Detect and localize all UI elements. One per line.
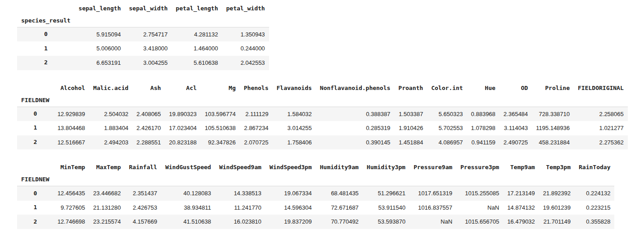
cell: 105.510638 <box>201 121 240 135</box>
corner-blank-cell <box>17 162 54 174</box>
column-header: FIELDORIGINAL <box>574 82 628 94</box>
row-index: 2 <box>17 56 75 70</box>
table-row: 26.6531913.0042555.6106382.042553 <box>17 56 269 70</box>
blank-cell <box>575 174 614 186</box>
column-header: Flavanoids <box>273 82 316 94</box>
cell: 23.446682 <box>89 186 125 201</box>
row-index: 1 <box>17 121 54 135</box>
cell: 2.070725 <box>240 135 273 150</box>
column-header: OD <box>500 82 532 94</box>
cell: 0.355828 <box>575 215 614 229</box>
blank-cell <box>172 15 222 27</box>
table-row: 113.8044681.8834042.42617017.023404105.5… <box>17 121 628 135</box>
table-body: 012.9298392.5040322.40806519.890323103.5… <box>17 107 628 149</box>
table-body: 05.9150942.7547174.2811321.35094315.0060… <box>17 27 269 70</box>
iris-groupby-means-container: sepal_lengthsepal_widthpetal_lengthpetal… <box>17 3 644 70</box>
cell: 2.365484 <box>500 107 532 121</box>
cell: 14.874132 <box>503 201 539 215</box>
column-header: Malic.acid <box>89 82 132 94</box>
cell: 2.351437 <box>125 186 162 201</box>
cell: 2.258065 <box>574 107 628 121</box>
index-name-row: FIELDNEW <box>17 94 628 107</box>
wine-groupby-means-table: AlcoholMalic.acidAshAclMgPhenolsFlavanoi… <box>17 82 628 150</box>
cell: 2.426753 <box>125 201 162 215</box>
table-row: 15.0060003.4180001.4640000.244000 <box>17 41 269 56</box>
blank-cell <box>273 94 316 107</box>
cell: 1.883404 <box>89 121 132 135</box>
row-index: 1 <box>17 41 75 56</box>
cell: 0.285319 <box>316 121 395 135</box>
cell: 1015.656705 <box>456 215 503 229</box>
blank-cell <box>363 174 410 186</box>
cell: 4.281132 <box>172 27 222 41</box>
cell: 1.758406 <box>273 135 316 150</box>
cell: 3.418000 <box>125 41 172 56</box>
columns-header-row: MinTempMaxTempRainfallWindGustSpeedWindS… <box>17 162 614 174</box>
blank-cell <box>161 174 215 186</box>
table-head: AlcoholMalic.acidAshAclMgPhenolsFlavanoi… <box>17 82 628 107</box>
cell: 51.296621 <box>363 186 410 201</box>
row-index: 2 <box>17 135 54 150</box>
blank-cell <box>222 15 269 27</box>
wine-groupby-means-container: AlcoholMalic.acidAshAclMgPhenolsFlavanoi… <box>17 82 644 150</box>
index-name-row: FIELDNEW <box>17 174 614 186</box>
cell: 1.350943 <box>222 27 269 41</box>
cell: 2.275362 <box>574 135 628 150</box>
blank-cell <box>215 174 266 186</box>
table-head: MinTempMaxTempRainfallWindGustSpeedWindS… <box>17 162 614 186</box>
column-header: Proline <box>532 82 574 94</box>
cell: 53.593870 <box>363 215 410 229</box>
index-name: FIELDNEW <box>17 174 54 186</box>
blank-cell <box>503 174 539 186</box>
cell: 21.892392 <box>539 186 575 201</box>
column-header: Humidity3pm <box>363 162 410 174</box>
blank-cell <box>467 94 500 107</box>
weather-groupby-means-container: MinTempMaxTempRainfallWindGustSpeedWindS… <box>17 162 644 229</box>
column-header: Alcohol <box>54 82 89 94</box>
column-header: Ash <box>132 82 165 94</box>
cell: 5.702553 <box>427 121 467 135</box>
column-header: Acl <box>165 82 201 94</box>
column-header: WindSpeed3pm <box>266 162 316 174</box>
column-header: WindGustSpeed <box>161 162 215 174</box>
column-header: Mg <box>201 82 240 94</box>
blank-cell <box>125 174 162 186</box>
cell: 1.503387 <box>394 107 427 121</box>
cell: 2.042553 <box>222 56 269 70</box>
cell: 1015.255085 <box>456 186 503 201</box>
column-header: Proanth <box>394 82 427 94</box>
cell: 19.890323 <box>165 107 201 121</box>
cell: 70.770492 <box>316 215 363 229</box>
cell: 23.215574 <box>89 215 125 229</box>
cell: 1.078298 <box>467 121 500 135</box>
cell: 2.288551 <box>132 135 165 150</box>
blank-cell <box>539 174 575 186</box>
cell: 4.086957 <box>427 135 467 150</box>
column-header: Temp9am <box>503 162 539 174</box>
column-header: petal_width <box>222 3 269 15</box>
cell: 53.911540 <box>363 201 410 215</box>
cell: 2.111129 <box>240 107 273 121</box>
cell: 1016.837557 <box>410 201 456 215</box>
columns-header-row: AlcoholMalic.acidAshAclMgPhenolsFlavanoi… <box>17 82 628 94</box>
cell: 3.014255 <box>273 121 316 135</box>
column-header: Temp3pm <box>539 162 575 174</box>
cell: 728.338710 <box>532 107 574 121</box>
corner-blank-cell <box>17 3 75 15</box>
cell: 1.451884 <box>394 135 427 150</box>
cell: 92.347826 <box>201 135 240 150</box>
table-body: 012.45643523.4466822.35143740.12808314.3… <box>17 186 614 229</box>
cell: 19.601239 <box>539 201 575 215</box>
corner-blank-cell <box>17 82 54 94</box>
blank-cell <box>89 94 132 107</box>
blank-cell <box>574 94 628 107</box>
blank-cell <box>132 94 165 107</box>
blank-cell <box>394 94 427 107</box>
cell: 11.241770 <box>215 201 266 215</box>
blank-cell <box>410 174 456 186</box>
blank-cell <box>75 15 125 27</box>
cell: 5.006000 <box>75 41 125 56</box>
cell: 20.823188 <box>165 135 201 150</box>
cell: 21.701149 <box>539 215 575 229</box>
cell: 2.754717 <box>125 27 172 41</box>
